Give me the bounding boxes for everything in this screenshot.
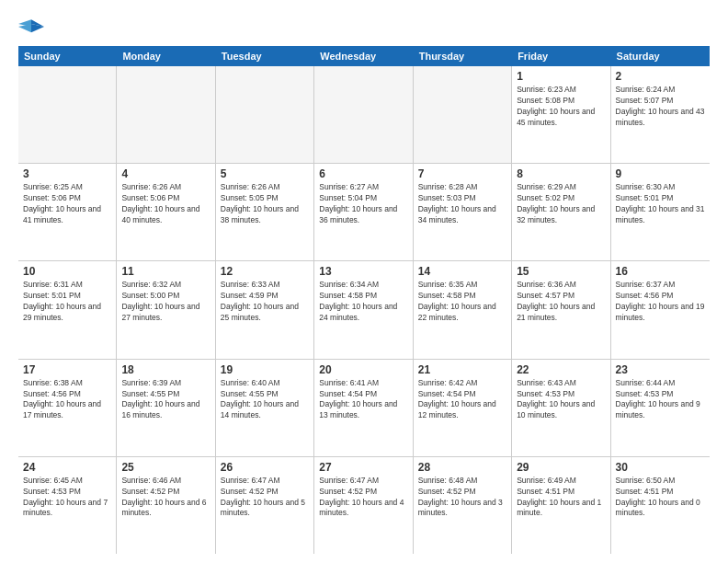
- day-number: 22: [517, 363, 605, 376]
- day-number: 29: [517, 461, 605, 474]
- calendar-cell: 22Sunrise: 6:43 AMSunset: 4:53 PMDayligh…: [512, 360, 610, 456]
- calendar-week: 24Sunrise: 6:45 AMSunset: 4:53 PMDayligh…: [18, 457, 710, 554]
- day-number: 8: [517, 167, 605, 180]
- day-number: 13: [319, 265, 407, 278]
- calendar-cell: 24Sunrise: 6:45 AMSunset: 4:53 PMDayligh…: [18, 457, 117, 554]
- calendar-cell: 21Sunrise: 6:42 AMSunset: 4:54 PMDayligh…: [414, 360, 512, 456]
- calendar: SundayMondayTuesdayWednesdayThursdayFrid…: [18, 46, 710, 554]
- calendar-cell: 29Sunrise: 6:49 AMSunset: 4:51 PMDayligh…: [512, 457, 610, 554]
- day-number: 15: [517, 265, 605, 278]
- calendar-cell: [314, 66, 413, 163]
- calendar-cell: 15Sunrise: 6:36 AMSunset: 4:57 PMDayligh…: [512, 261, 610, 358]
- day-number: 16: [616, 265, 705, 278]
- day-number: 25: [121, 461, 210, 474]
- calendar-cell: 14Sunrise: 6:35 AMSunset: 4:58 PMDayligh…: [414, 261, 512, 358]
- cell-info: Sunrise: 6:38 AMSunset: 4:56 PMDaylight:…: [23, 378, 111, 422]
- cell-info: Sunrise: 6:26 AMSunset: 5:05 PMDaylight:…: [221, 182, 309, 226]
- calendar-week: 10Sunrise: 6:31 AMSunset: 5:01 PMDayligh…: [18, 261, 710, 359]
- calendar-cell: 27Sunrise: 6:47 AMSunset: 4:52 PMDayligh…: [314, 457, 413, 554]
- day-number: 14: [418, 265, 506, 278]
- calendar-body: 1Sunrise: 6:23 AMSunset: 5:08 PMDaylight…: [18, 66, 710, 554]
- cell-info: Sunrise: 6:27 AMSunset: 5:04 PMDaylight:…: [319, 182, 407, 226]
- day-number: 19: [221, 363, 309, 376]
- calendar-cell: 25Sunrise: 6:46 AMSunset: 4:52 PMDayligh…: [117, 457, 215, 554]
- cell-info: Sunrise: 6:46 AMSunset: 4:52 PMDaylight:…: [121, 476, 210, 520]
- calendar-cell: [18, 66, 117, 163]
- header-day: Wednesday: [314, 46, 413, 66]
- day-number: 12: [221, 265, 309, 278]
- day-number: 17: [23, 363, 111, 376]
- cell-info: Sunrise: 6:23 AMSunset: 5:08 PMDaylight:…: [517, 85, 605, 129]
- cell-info: Sunrise: 6:25 AMSunset: 5:06 PMDaylight:…: [23, 182, 111, 226]
- day-number: 9: [616, 167, 705, 180]
- cell-info: Sunrise: 6:24 AMSunset: 5:07 PMDaylight:…: [616, 85, 705, 129]
- calendar-cell: 26Sunrise: 6:47 AMSunset: 4:52 PMDayligh…: [216, 457, 314, 554]
- day-number: 6: [319, 167, 407, 180]
- calendar-cell: 6Sunrise: 6:27 AMSunset: 5:04 PMDaylight…: [314, 164, 413, 260]
- day-number: 18: [121, 363, 210, 376]
- cell-info: Sunrise: 6:48 AMSunset: 4:52 PMDaylight:…: [418, 476, 506, 520]
- cell-info: Sunrise: 6:39 AMSunset: 4:55 PMDaylight:…: [121, 378, 210, 422]
- cell-info: Sunrise: 6:47 AMSunset: 4:52 PMDaylight:…: [221, 476, 309, 520]
- day-number: 1: [517, 70, 605, 83]
- cell-info: Sunrise: 6:33 AMSunset: 4:59 PMDaylight:…: [221, 280, 309, 324]
- calendar-cell: [117, 66, 215, 163]
- cell-info: Sunrise: 6:44 AMSunset: 4:53 PMDaylight:…: [616, 378, 705, 422]
- day-number: 2: [616, 70, 705, 83]
- calendar-cell: 18Sunrise: 6:39 AMSunset: 4:55 PMDayligh…: [117, 360, 215, 456]
- cell-info: Sunrise: 6:49 AMSunset: 4:51 PMDaylight:…: [517, 476, 605, 520]
- day-number: 20: [319, 363, 407, 376]
- cell-info: Sunrise: 6:41 AMSunset: 4:54 PMDaylight:…: [319, 378, 407, 422]
- calendar-cell: [414, 66, 512, 163]
- calendar-cell: [216, 66, 314, 163]
- cell-info: Sunrise: 6:34 AMSunset: 4:58 PMDaylight:…: [319, 280, 407, 324]
- cell-info: Sunrise: 6:37 AMSunset: 4:56 PMDaylight:…: [616, 280, 705, 324]
- day-number: 26: [221, 461, 309, 474]
- day-number: 3: [23, 167, 111, 180]
- cell-info: Sunrise: 6:31 AMSunset: 5:01 PMDaylight:…: [23, 280, 111, 324]
- day-number: 11: [121, 265, 210, 278]
- calendar-cell: 11Sunrise: 6:32 AMSunset: 5:00 PMDayligh…: [117, 261, 215, 358]
- cell-info: Sunrise: 6:29 AMSunset: 5:02 PMDaylight:…: [517, 182, 605, 226]
- cell-info: Sunrise: 6:45 AMSunset: 4:53 PMDaylight:…: [23, 476, 111, 520]
- calendar-cell: 7Sunrise: 6:28 AMSunset: 5:03 PMDaylight…: [414, 164, 512, 260]
- header-day: Friday: [512, 46, 610, 66]
- day-number: 24: [23, 461, 111, 474]
- calendar-cell: 12Sunrise: 6:33 AMSunset: 4:59 PMDayligh…: [216, 261, 314, 358]
- day-number: 21: [418, 363, 506, 376]
- cell-info: Sunrise: 6:26 AMSunset: 5:06 PMDaylight:…: [121, 182, 210, 226]
- cell-info: Sunrise: 6:35 AMSunset: 4:58 PMDaylight:…: [418, 280, 506, 324]
- day-number: 27: [319, 461, 407, 474]
- day-number: 7: [418, 167, 506, 180]
- calendar-cell: 20Sunrise: 6:41 AMSunset: 4:54 PMDayligh…: [314, 360, 413, 456]
- cell-info: Sunrise: 6:50 AMSunset: 4:51 PMDaylight:…: [616, 476, 705, 520]
- calendar-cell: 30Sunrise: 6:50 AMSunset: 4:51 PMDayligh…: [611, 457, 710, 554]
- page: SundayMondayTuesdayWednesdayThursdayFrid…: [0, 0, 728, 563]
- header-day: Thursday: [414, 46, 512, 66]
- day-number: 28: [418, 461, 506, 474]
- calendar-cell: 17Sunrise: 6:38 AMSunset: 4:56 PMDayligh…: [18, 360, 117, 456]
- calendar-header: SundayMondayTuesdayWednesdayThursdayFrid…: [18, 46, 710, 66]
- cell-info: Sunrise: 6:47 AMSunset: 4:52 PMDaylight:…: [319, 476, 407, 520]
- cell-info: Sunrise: 6:43 AMSunset: 4:53 PMDaylight:…: [517, 378, 605, 422]
- cell-info: Sunrise: 6:40 AMSunset: 4:55 PMDaylight:…: [221, 378, 309, 422]
- logo-bird-icon: [18, 17, 44, 37]
- cell-info: Sunrise: 6:42 AMSunset: 4:54 PMDaylight:…: [418, 378, 506, 422]
- header: [18, 17, 710, 37]
- header-day: Sunday: [18, 46, 117, 66]
- calendar-week: 3Sunrise: 6:25 AMSunset: 5:06 PMDaylight…: [18, 164, 710, 261]
- header-day: Saturday: [611, 46, 710, 66]
- header-day: Monday: [117, 46, 215, 66]
- calendar-cell: 19Sunrise: 6:40 AMSunset: 4:55 PMDayligh…: [216, 360, 314, 456]
- calendar-cell: 13Sunrise: 6:34 AMSunset: 4:58 PMDayligh…: [314, 261, 413, 358]
- day-number: 5: [221, 167, 309, 180]
- calendar-cell: 9Sunrise: 6:30 AMSunset: 5:01 PMDaylight…: [611, 164, 710, 260]
- calendar-cell: 10Sunrise: 6:31 AMSunset: 5:01 PMDayligh…: [18, 261, 117, 358]
- calendar-cell: 5Sunrise: 6:26 AMSunset: 5:05 PMDaylight…: [216, 164, 314, 260]
- calendar-cell: 4Sunrise: 6:26 AMSunset: 5:06 PMDaylight…: [117, 164, 215, 260]
- calendar-cell: 23Sunrise: 6:44 AMSunset: 4:53 PMDayligh…: [611, 360, 710, 456]
- day-number: 23: [616, 363, 705, 376]
- header-day: Tuesday: [216, 46, 314, 66]
- calendar-week: 1Sunrise: 6:23 AMSunset: 5:08 PMDaylight…: [18, 66, 710, 164]
- calendar-cell: 3Sunrise: 6:25 AMSunset: 5:06 PMDaylight…: [18, 164, 117, 260]
